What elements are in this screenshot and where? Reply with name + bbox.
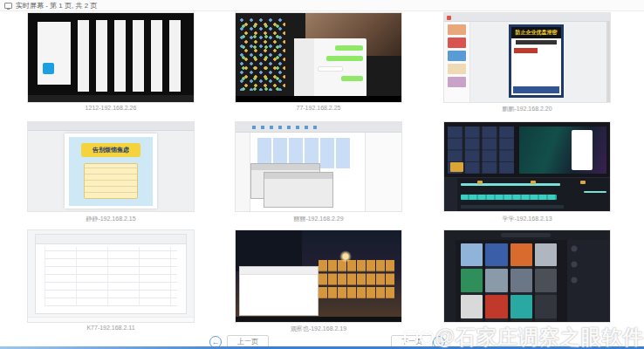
cartoon-poster: 告别烦恼焦虑 <box>69 137 153 206</box>
preview-canvas <box>519 127 607 174</box>
tile-caption: 观察也-192.168.2.19 <box>236 325 401 333</box>
window-title: 实时屏幕 - 第 1 页, 共 2 页 <box>16 1 97 10</box>
watermark-logo-round-icon <box>420 331 434 345</box>
slide-thumb <box>448 38 466 48</box>
template-card[interactable] <box>535 295 557 318</box>
chat-bubble <box>335 45 363 51</box>
poster-highlight <box>514 48 537 52</box>
timeline <box>444 177 610 211</box>
app-toolbar <box>28 122 194 131</box>
app-logo-icon <box>43 63 54 74</box>
template-card[interactable] <box>510 269 532 292</box>
screen-tile-7[interactable] <box>28 230 194 322</box>
tile-caption: 77-192.168.2.25 <box>236 105 401 111</box>
security-poster: 防止企业优盘泄密 <box>509 24 564 98</box>
timeline-marker <box>477 181 483 184</box>
chat-bubble <box>341 76 363 81</box>
template-card[interactable] <box>461 269 483 292</box>
timeline-clip <box>461 195 557 200</box>
search-pill[interactable] <box>501 233 551 237</box>
poster-title: 告别烦恼焦虑 <box>81 143 141 157</box>
timeline-clip <box>461 183 560 186</box>
watermark: @石家庄调察之眼软件 <box>404 324 644 349</box>
template-card[interactable] <box>485 295 507 318</box>
chat-bubble <box>318 66 342 72</box>
tile-caption: 丽丽-192.168.2.29 <box>236 215 401 223</box>
chat-window <box>294 38 367 97</box>
template-card[interactable] <box>485 269 507 292</box>
document-page: 告别烦恼焦虑 <box>65 133 157 209</box>
slide-thumbnail-panel <box>444 22 470 102</box>
dialog-window <box>264 172 333 208</box>
screen-tile-3[interactable]: 防止企业优盘泄密 <box>444 13 610 102</box>
preview-phone-card <box>572 130 593 170</box>
slide-thumb <box>448 77 466 87</box>
status-bar <box>28 317 194 322</box>
chat-contact-list <box>294 38 314 97</box>
tile-caption: 学学-192.168.2.13 <box>444 215 610 223</box>
taskbar <box>236 96 401 102</box>
poster-title: 防止企业优盘泄密 <box>511 27 561 38</box>
prev-page-label: 上一页 <box>237 337 258 346</box>
poster-subtitle-bar <box>516 40 558 44</box>
left-panel <box>236 133 250 211</box>
template-card[interactable] <box>461 295 483 318</box>
desktop-window-strips <box>78 20 187 92</box>
template-card[interactable] <box>535 243 557 267</box>
left-arrow-glyph: ← <box>212 339 220 346</box>
screen-tile-8[interactable] <box>236 230 401 322</box>
table-header-band <box>36 235 187 244</box>
tile-caption: K77-192.168.2.11 <box>28 325 194 331</box>
template-card[interactable] <box>535 269 557 292</box>
watermark-text: @石家庄调察之眼软件 <box>435 324 644 349</box>
screen-tile-5[interactable] <box>236 122 401 211</box>
left-rail <box>444 240 456 323</box>
app-toolbar <box>444 13 610 22</box>
template-card[interactable] <box>485 243 507 267</box>
watermark-logo-square-icon <box>404 331 418 345</box>
screen-tile-6[interactable] <box>444 122 610 211</box>
chat-bubble <box>326 56 363 61</box>
template-card[interactable] <box>461 243 483 267</box>
screen-tile-1[interactable] <box>28 13 194 102</box>
right-panel <box>365 133 401 211</box>
window-titlebar: 实时屏幕 - 第 1 页, 共 2 页 <box>0 0 644 11</box>
template-card[interactable] <box>510 295 532 318</box>
media-bin-grid <box>448 127 514 174</box>
track-headers <box>444 178 457 211</box>
slide-thumb <box>448 51 466 61</box>
app-toolbar <box>236 122 401 133</box>
template-card[interactable] <box>510 243 532 267</box>
timeline-clip <box>584 191 607 193</box>
foreground-window <box>239 266 319 316</box>
taskbar <box>236 317 401 322</box>
spreadsheet-page <box>35 234 188 313</box>
app-topbar <box>444 230 610 240</box>
window-titlebar <box>240 267 318 275</box>
street-lamp-glow <box>339 250 352 263</box>
screens-icon <box>4 3 12 9</box>
screen-tile-9[interactable] <box>444 230 610 322</box>
warm-shop-windows <box>319 260 394 298</box>
desktop-icons <box>239 17 285 91</box>
poster-note-board <box>84 163 137 199</box>
audio-track <box>461 205 564 209</box>
scrollbar[interactable] <box>606 22 610 102</box>
desktop-window <box>38 22 71 84</box>
screen-tile-2[interactable] <box>236 13 401 102</box>
template-card-grid <box>461 243 557 318</box>
timeline-marker <box>580 181 586 184</box>
screen-tile-4[interactable]: 告别烦恼焦虑 <box>28 122 194 211</box>
toolbar-buttons <box>252 126 319 129</box>
table-grid-lines <box>45 247 177 306</box>
app-badge-icon <box>447 16 451 20</box>
tile-caption: 静静-192.168.2.15 <box>28 215 194 223</box>
tile-caption: 1212-192.168.2.26 <box>28 105 194 111</box>
slide-thumb <box>448 64 466 74</box>
taskbar <box>28 95 194 102</box>
media-thumb-yellow <box>450 162 463 172</box>
dialog-titlebar <box>264 173 332 179</box>
right-panel <box>567 240 610 323</box>
timeline-marker <box>531 181 536 184</box>
poster-footer-bar <box>513 86 558 93</box>
